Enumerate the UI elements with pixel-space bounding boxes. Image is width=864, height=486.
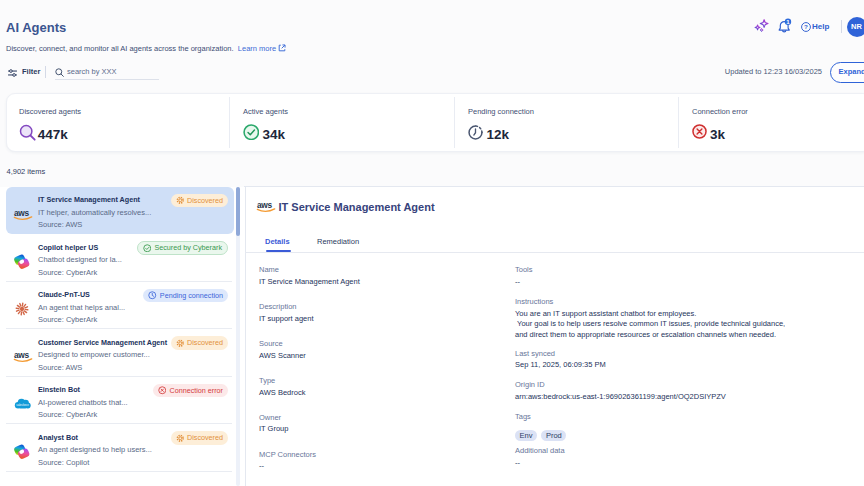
svg-text:salesforce: salesforce — [16, 403, 29, 407]
svg-text:aws: aws — [257, 200, 273, 210]
svg-text:?: ? — [804, 23, 808, 30]
svg-text:aws: aws — [14, 208, 30, 218]
svg-text:aws: aws — [14, 350, 30, 360]
